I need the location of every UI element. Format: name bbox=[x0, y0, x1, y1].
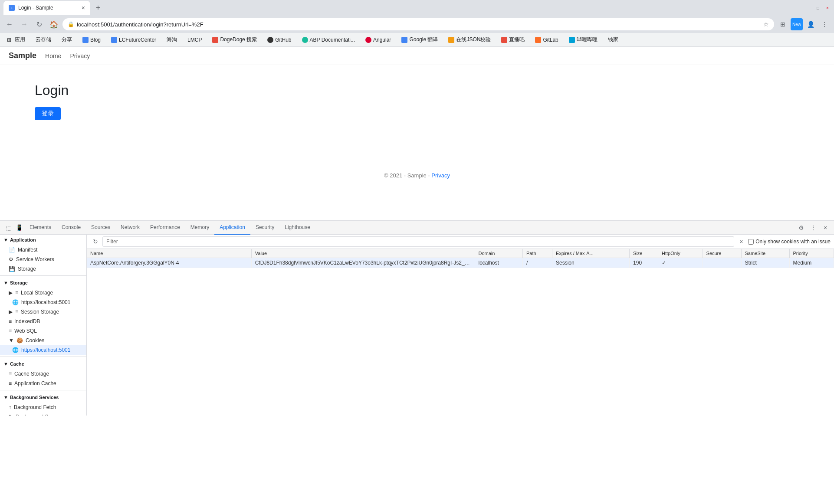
site-content: Login 登录 bbox=[0, 65, 834, 129]
cache-storage-icon: ≡ bbox=[9, 371, 12, 377]
storage-section-header[interactable]: ▼ Storage bbox=[0, 278, 86, 288]
cookies-host-icon: 🌐 bbox=[12, 347, 19, 353]
col-secure[interactable]: Secure bbox=[703, 249, 741, 258]
reload-button[interactable]: ↻ bbox=[33, 18, 45, 30]
tab-application[interactable]: Application bbox=[214, 221, 250, 235]
new-tab-button[interactable]: + bbox=[92, 2, 104, 14]
angular-icon bbox=[365, 37, 371, 43]
sidebar-item-app-cache[interactable]: ≡ Application Cache bbox=[0, 379, 86, 388]
new-tab-icon[interactable]: New bbox=[791, 18, 803, 30]
tab-elements[interactable]: Elements bbox=[24, 221, 56, 235]
sidebar-item-service-workers[interactable]: ⚙ Service Workers bbox=[0, 255, 86, 264]
cookies-table-scroll[interactable]: Name Value Domain Path Expires / Max-A..… bbox=[87, 249, 834, 416]
tab-lighthouse[interactable]: Lighthouse bbox=[279, 221, 315, 235]
table-row[interactable]: AspNetCore.Antiforgery.3GGgalY0N-4CfDJ8D… bbox=[87, 258, 834, 268]
bookmark-jsonvalidator[interactable]: 在线JSON校验 bbox=[445, 35, 494, 44]
col-samesite[interactable]: SameSite bbox=[741, 249, 789, 258]
back-button[interactable]: ← bbox=[3, 18, 16, 30]
cache-section-header[interactable]: ▼ Cache bbox=[0, 359, 86, 369]
bookmark-live[interactable]: 直播吧 bbox=[498, 35, 528, 44]
sidebar-item-background-fetch[interactable]: ↑ Background Fetch bbox=[0, 403, 86, 412]
bookmark-blog[interactable]: Blog bbox=[79, 36, 104, 44]
footer-privacy-link[interactable]: Privacy bbox=[431, 172, 450, 179]
profile-icon[interactable]: 👤 bbox=[804, 18, 817, 30]
filter-input[interactable] bbox=[102, 236, 734, 247]
manifest-icon: 📄 bbox=[9, 247, 15, 253]
login-heading: Login bbox=[35, 82, 825, 98]
bookmark-star-icon[interactable]: ☆ bbox=[763, 21, 769, 28]
tab-memory[interactable]: Memory bbox=[185, 221, 214, 235]
sidebar-item-local-storage[interactable]: ▶ ≡ Local Storage bbox=[0, 288, 86, 298]
bookmark-lcfuture[interactable]: LCFutureCenter bbox=[108, 36, 160, 44]
application-section: ▼ Application 📄 Manifest ⚙ Service Worke… bbox=[0, 235, 86, 274]
col-path[interactable]: Path bbox=[522, 249, 552, 258]
col-priority[interactable]: Priority bbox=[789, 249, 834, 258]
bookmark-storage[interactable]: 云存储 bbox=[32, 35, 55, 44]
login-button[interactable]: 登录 bbox=[35, 107, 61, 120]
nav-home-link[interactable]: Home bbox=[45, 52, 61, 59]
tab-console[interactable]: Console bbox=[56, 221, 86, 235]
home-button[interactable]: 🏠 bbox=[48, 18, 60, 30]
active-tab[interactable]: L Login - Sample × bbox=[3, 1, 90, 15]
application-section-header[interactable]: ▼ Application bbox=[0, 235, 86, 245]
bookmark-github[interactable]: GitHub bbox=[264, 36, 295, 44]
show-issues-checkbox[interactable] bbox=[748, 239, 754, 245]
col-name[interactable]: Name bbox=[87, 249, 251, 258]
sidebar-item-manifest[interactable]: 📄 Manifest bbox=[0, 245, 86, 255]
bookmark-angular[interactable]: Angular bbox=[362, 36, 394, 44]
bookmark-share[interactable]: 分享 bbox=[58, 35, 76, 44]
tab-security[interactable]: Security bbox=[250, 221, 279, 235]
cookies-expand-icon: ▼ bbox=[9, 337, 14, 344]
window-controls: − □ × bbox=[805, 5, 831, 11]
bg-fetch-icon: ↑ bbox=[9, 404, 11, 410]
bookmark-qianjia[interactable]: 钱家 bbox=[604, 35, 622, 44]
maximize-button[interactable]: □ bbox=[815, 5, 821, 11]
tab-performance[interactable]: Performance bbox=[145, 221, 185, 235]
bookmark-dogedoge[interactable]: DogeDoge 搜索 bbox=[209, 35, 260, 44]
devtools-more-icon[interactable]: ⋮ bbox=[808, 223, 818, 233]
tab-network[interactable]: Network bbox=[115, 221, 145, 235]
col-value[interactable]: Value bbox=[251, 249, 475, 258]
bookmark-abp[interactable]: ABP Documentati... bbox=[299, 36, 359, 44]
devtools-close-icon[interactable]: × bbox=[820, 223, 831, 233]
bookmark-bilibili[interactable]: 哔哩哔哩 bbox=[565, 35, 601, 44]
forward-button[interactable]: → bbox=[18, 18, 30, 30]
sidebar-item-cookies[interactable]: ▼ 🍪 Cookies bbox=[0, 336, 86, 345]
bookmark-translate[interactable]: Google 翻译 bbox=[398, 35, 441, 44]
devtools-device-button[interactable]: 📱 bbox=[14, 223, 24, 233]
col-expires[interactable]: Expires / Max-A... bbox=[552, 249, 629, 258]
minimize-button[interactable]: − bbox=[805, 5, 811, 11]
col-domain[interactable]: Domain bbox=[475, 249, 522, 258]
close-button[interactable]: × bbox=[824, 5, 831, 11]
col-size[interactable]: Size bbox=[630, 249, 658, 258]
devtools-settings-icon[interactable]: ⚙ bbox=[796, 223, 806, 233]
devtools-inspect-button[interactable]: ⬚ bbox=[3, 223, 14, 233]
sidebar-item-storage[interactable]: 💾 Storage bbox=[0, 264, 86, 274]
sidebar-item-indexeddb[interactable]: ≡ IndexedDB bbox=[0, 317, 86, 326]
sidebar-item-local-storage-localhost[interactable]: 🌐 https://localhost:5001 bbox=[0, 298, 86, 307]
bookmark-lmcp[interactable]: LMCP bbox=[184, 36, 205, 44]
col-httponly[interactable]: HttpOnly bbox=[658, 249, 703, 258]
background-services-header[interactable]: ▼ Background Services bbox=[0, 392, 86, 403]
bookmark-gitlab[interactable]: GitLab bbox=[532, 36, 561, 44]
tab-sources[interactable]: Sources bbox=[86, 221, 115, 235]
sidebar-item-web-sql[interactable]: ≡ Web SQL bbox=[0, 326, 86, 336]
nav-privacy-link[interactable]: Privacy bbox=[70, 52, 90, 59]
menu-icon[interactable]: ⋮ bbox=[818, 18, 831, 30]
application-expand-icon: ▼ bbox=[3, 237, 8, 242]
refresh-cookies-button[interactable]: ↻ bbox=[90, 236, 101, 247]
sidebar-item-background-sync[interactable]: ↻ Background Sync bbox=[0, 412, 86, 416]
dogedoge-icon bbox=[212, 37, 218, 43]
bookmark-haitao[interactable]: 海淘 bbox=[163, 35, 181, 44]
sidebar-item-cookies-localhost[interactable]: 🌐 https://localhost:5001 bbox=[0, 345, 86, 355]
clear-filter-button[interactable]: × bbox=[736, 236, 746, 247]
local-storage-host-icon: 🌐 bbox=[12, 299, 19, 305]
address-input[interactable]: 🔒 localhost:5001/authentication/login?re… bbox=[62, 18, 774, 30]
divider-2 bbox=[0, 357, 86, 357]
extensions-icon[interactable]: ⊞ bbox=[777, 18, 789, 30]
tab-close-button[interactable]: × bbox=[82, 4, 85, 11]
bookmark-apps[interactable]: ⊞ 应用 bbox=[3, 35, 29, 44]
local-storage-expand-icon: ▶ bbox=[9, 290, 13, 296]
sidebar-item-cache-storage[interactable]: ≡ Cache Storage bbox=[0, 369, 86, 379]
sidebar-item-session-storage[interactable]: ▶ ≡ Session Storage bbox=[0, 307, 86, 317]
